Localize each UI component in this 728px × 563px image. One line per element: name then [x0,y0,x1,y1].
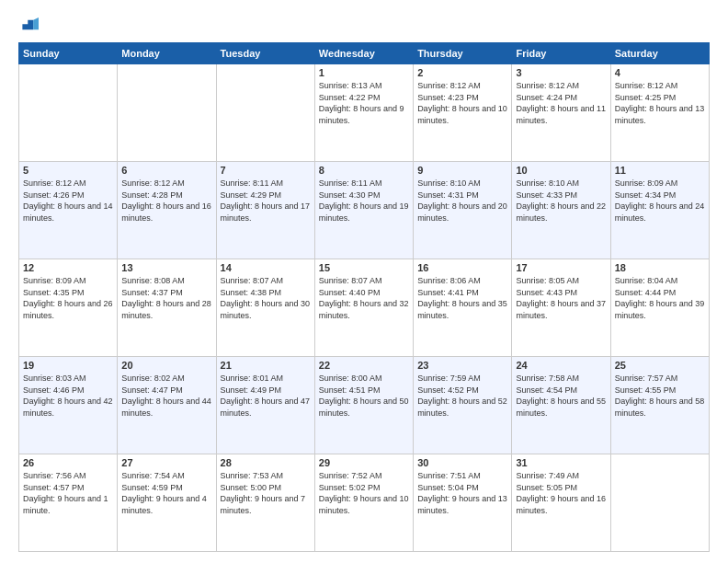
calendar-cell: 22Sunrise: 8:00 AMSunset: 4:51 PMDayligh… [314,357,413,454]
cell-details: Sunrise: 8:12 AMSunset: 4:25 PMDaylight:… [615,80,705,126]
cell-details: Sunrise: 7:56 AMSunset: 4:57 PMDaylight:… [23,470,113,516]
day-number: 20 [121,360,211,371]
calendar-cell: 5Sunrise: 8:12 AMSunset: 4:26 PMDaylight… [19,162,118,259]
day-number: 6 [121,165,211,176]
cell-details: Sunrise: 8:10 AMSunset: 4:33 PMDaylight:… [516,178,606,224]
calendar-cell: 13Sunrise: 8:08 AMSunset: 4:37 PMDayligh… [118,259,216,357]
day-number: 16 [417,262,507,273]
cell-details: Sunrise: 8:10 AMSunset: 4:31 PMDaylight:… [417,178,507,224]
logo [18,15,42,35]
calendar-cell: 6Sunrise: 8:12 AMSunset: 4:28 PMDaylight… [118,162,216,259]
cell-details: Sunrise: 7:51 AMSunset: 5:04 PMDaylight:… [417,470,507,516]
calendar-cell: 29Sunrise: 7:52 AMSunset: 5:02 PMDayligh… [314,454,413,552]
day-number: 10 [516,165,606,176]
cell-details: Sunrise: 8:01 AMSunset: 4:49 PMDaylight:… [221,373,311,419]
day-header: Monday [118,43,216,64]
calendar-cell: 30Sunrise: 7:51 AMSunset: 5:04 PMDayligh… [414,454,512,552]
day-number: 7 [221,165,311,176]
day-number: 18 [615,262,705,273]
day-number: 3 [516,67,606,78]
day-header: Sunday [19,43,118,64]
calendar-cell [118,64,216,162]
calendar-cell: 18Sunrise: 8:04 AMSunset: 4:44 PMDayligh… [610,259,709,357]
day-number: 2 [417,67,507,78]
day-number: 13 [121,262,211,273]
cell-details: Sunrise: 8:09 AMSunset: 4:34 PMDaylight:… [615,178,705,224]
calendar-cell: 8Sunrise: 8:11 AMSunset: 4:30 PMDaylight… [314,162,413,259]
cell-details: Sunrise: 7:49 AMSunset: 5:05 PMDaylight:… [516,470,606,516]
cell-details: Sunrise: 7:59 AMSunset: 4:52 PMDaylight:… [417,373,507,419]
cell-details: Sunrise: 8:05 AMSunset: 4:43 PMDaylight:… [516,275,606,321]
day-header: Tuesday [216,43,314,64]
day-number: 29 [319,457,409,468]
cell-details: Sunrise: 8:04 AMSunset: 4:44 PMDaylight:… [615,275,705,321]
calendar-cell: 1Sunrise: 8:13 AMSunset: 4:22 PMDaylight… [314,64,413,162]
day-header: Saturday [610,43,709,64]
cell-details: Sunrise: 7:58 AMSunset: 4:54 PMDaylight:… [516,373,606,419]
cell-details: Sunrise: 7:53 AMSunset: 5:00 PMDaylight:… [221,470,311,516]
day-number: 30 [417,457,507,468]
cell-details: Sunrise: 7:54 AMSunset: 4:59 PMDaylight:… [121,470,211,516]
day-number: 11 [615,165,705,176]
day-header: Thursday [414,43,512,64]
calendar-cell: 11Sunrise: 8:09 AMSunset: 4:34 PMDayligh… [610,162,709,259]
day-number: 15 [319,262,409,273]
calendar-cell: 17Sunrise: 8:05 AMSunset: 4:43 PMDayligh… [512,259,610,357]
cell-details: Sunrise: 8:12 AMSunset: 4:23 PMDaylight:… [417,80,507,126]
day-number: 19 [23,360,113,371]
day-number: 14 [221,262,311,273]
cell-details: Sunrise: 8:11 AMSunset: 4:30 PMDaylight:… [319,178,409,224]
calendar-cell: 12Sunrise: 8:09 AMSunset: 4:35 PMDayligh… [19,259,118,357]
calendar-cell: 20Sunrise: 8:02 AMSunset: 4:47 PMDayligh… [118,357,216,454]
calendar-cell: 9Sunrise: 8:10 AMSunset: 4:31 PMDaylight… [414,162,512,259]
calendar-cell [216,64,314,162]
cell-details: Sunrise: 8:09 AMSunset: 4:35 PMDaylight:… [23,275,113,321]
calendar-table: SundayMondayTuesdayWednesdayThursdayFrid… [18,42,710,552]
cell-details: Sunrise: 8:12 AMSunset: 4:28 PMDaylight:… [121,178,211,224]
calendar-cell: 16Sunrise: 8:06 AMSunset: 4:41 PMDayligh… [414,259,512,357]
calendar-cell: 23Sunrise: 7:59 AMSunset: 4:52 PMDayligh… [414,357,512,454]
calendar-cell [19,64,118,162]
svg-marker-1 [33,17,39,29]
svg-marker-0 [22,20,33,29]
day-number: 31 [516,457,606,468]
calendar-cell: 19Sunrise: 8:03 AMSunset: 4:46 PMDayligh… [19,357,118,454]
day-number: 24 [516,360,606,371]
calendar-cell: 15Sunrise: 8:07 AMSunset: 4:40 PMDayligh… [314,259,413,357]
cell-details: Sunrise: 8:03 AMSunset: 4:46 PMDaylight:… [23,373,113,419]
calendar-cell: 25Sunrise: 7:57 AMSunset: 4:55 PMDayligh… [610,357,709,454]
day-number: 21 [221,360,311,371]
calendar-cell: 31Sunrise: 7:49 AMSunset: 5:05 PMDayligh… [512,454,610,552]
day-header: Wednesday [314,43,413,64]
day-number: 25 [615,360,705,371]
cell-details: Sunrise: 8:13 AMSunset: 4:22 PMDaylight:… [319,80,409,126]
day-number: 4 [615,67,705,78]
logo-icon [18,15,39,35]
calendar-cell: 2Sunrise: 8:12 AMSunset: 4:23 PMDaylight… [414,64,512,162]
cell-details: Sunrise: 8:06 AMSunset: 4:41 PMDaylight:… [417,275,507,321]
calendar-cell: 4Sunrise: 8:12 AMSunset: 4:25 PMDaylight… [610,64,709,162]
calendar-cell [610,454,709,552]
calendar-cell: 10Sunrise: 8:10 AMSunset: 4:33 PMDayligh… [512,162,610,259]
day-number: 5 [23,165,113,176]
cell-details: Sunrise: 8:12 AMSunset: 4:26 PMDaylight:… [23,178,113,224]
cell-details: Sunrise: 8:02 AMSunset: 4:47 PMDaylight:… [121,373,211,419]
cell-details: Sunrise: 8:08 AMSunset: 4:37 PMDaylight:… [121,275,211,321]
calendar-cell: 26Sunrise: 7:56 AMSunset: 4:57 PMDayligh… [19,454,118,552]
day-header: Friday [512,43,610,64]
cell-details: Sunrise: 8:00 AMSunset: 4:51 PMDaylight:… [319,373,409,419]
cell-details: Sunrise: 7:57 AMSunset: 4:55 PMDaylight:… [615,373,705,419]
header [18,15,710,35]
cell-details: Sunrise: 7:52 AMSunset: 5:02 PMDaylight:… [319,470,409,516]
day-number: 9 [417,165,507,176]
calendar-cell: 24Sunrise: 7:58 AMSunset: 4:54 PMDayligh… [512,357,610,454]
cell-details: Sunrise: 8:07 AMSunset: 4:40 PMDaylight:… [319,275,409,321]
page: SundayMondayTuesdayWednesdayThursdayFrid… [0,0,728,563]
day-number: 23 [417,360,507,371]
day-number: 17 [516,262,606,273]
day-number: 27 [121,457,211,468]
day-number: 8 [319,165,409,176]
cell-details: Sunrise: 8:11 AMSunset: 4:29 PMDaylight:… [221,178,311,224]
calendar-cell: 14Sunrise: 8:07 AMSunset: 4:38 PMDayligh… [216,259,314,357]
day-number: 22 [319,360,409,371]
